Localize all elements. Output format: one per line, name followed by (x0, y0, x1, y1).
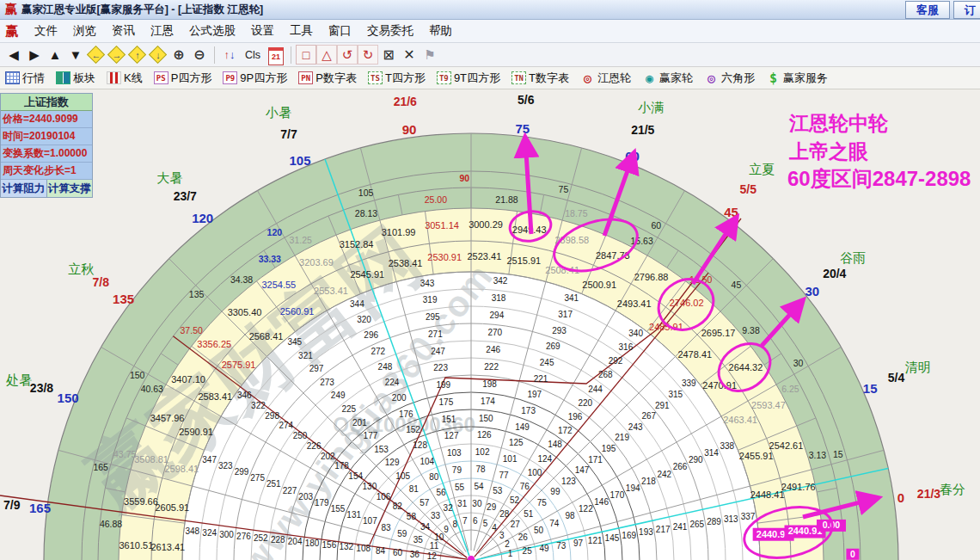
wheel-number: 347 (202, 455, 217, 465)
pan-left-icon[interactable]: ← (86, 45, 107, 65)
zoom-out-icon[interactable]: ⊖ (189, 45, 210, 65)
menu-item-1[interactable]: 浏览 (65, 21, 104, 41)
solar-term-label: 大暑 (156, 170, 182, 185)
wheel-number: 202 (321, 452, 335, 461)
triangle-tool-icon[interactable]: △ (316, 45, 337, 65)
outer-price-label: 3356.25 (197, 339, 231, 349)
calendar-21-icon[interactable]: 21 (266, 45, 286, 65)
wheel-number: 1 (508, 549, 513, 558)
feature-item-winner-service[interactable]: $赢家服务 (766, 71, 828, 86)
wheel-number: 36 (410, 550, 420, 559)
solar-term-label: 谷雨 (840, 250, 866, 265)
inner-price-label: 2605.91 (155, 502, 189, 513)
menu-logo-icon: 赢 (5, 23, 18, 40)
menu-item-3[interactable]: 江恩 (143, 21, 181, 41)
outer-price-label: 3407.10 (171, 374, 205, 385)
menu-item-5[interactable]: 设置 (243, 21, 282, 41)
feature-item-t-square[interactable]: TST四方形 (368, 71, 426, 86)
pan-up-icon[interactable]: ↑ (127, 45, 148, 65)
feature-item-gann-wheel[interactable]: ◎江恩轮 (580, 71, 631, 86)
partial-button[interactable]: 订 (953, 1, 980, 19)
pan-right-icon[interactable]: → (107, 45, 127, 65)
calc-resistance-button[interactable]: 计算阻力 (1, 180, 47, 197)
up-icon[interactable]: ▲ (45, 45, 65, 65)
inner-price-label: 2590.91 (179, 427, 213, 437)
time-updown-icon[interactable]: ↑↓ (219, 45, 240, 65)
percent-label: 18.75 (565, 208, 587, 218)
feature-item-winner-wheel[interactable]: ◉赢家轮 (642, 71, 693, 86)
wheel-number: 104 (420, 457, 434, 466)
outer-degree-label: 0 (897, 490, 904, 505)
wheel-number: 337 (741, 512, 756, 521)
menu-item-4[interactable]: 公式选股 (181, 21, 243, 41)
wheel-number: 8 (453, 520, 458, 529)
outer-degree-label: 15 (863, 381, 878, 396)
wheel-number: 129 (385, 458, 400, 467)
outer-degree-label: 30 (805, 284, 820, 298)
rotate-ccw-icon[interactable]: ↺ (337, 45, 358, 65)
flag-icon[interactable]: ⚑ (420, 45, 440, 65)
wheel-number: 153 (374, 445, 389, 454)
down-icon[interactable]: ▼ (65, 45, 86, 65)
calc-support-button[interactable]: 计算支撑 (47, 180, 93, 197)
solar-term-label: 小满 (637, 100, 664, 114)
outer-price-label: 2644.32 (729, 362, 763, 372)
outer-price-label: 3508.81 (134, 454, 168, 465)
feature-item-9t-square[interactable]: T99T四方形 (437, 71, 500, 86)
wheel-number: 155 (331, 504, 346, 514)
wheel-number: 106 (377, 492, 391, 502)
wheel-number: 172 (558, 426, 573, 435)
toolbar-separator (214, 46, 215, 64)
wheel-number: 108 (356, 544, 371, 553)
feature-item-quotes[interactable]: 行情 (5, 71, 45, 86)
wheel-number: 197 (527, 390, 542, 399)
rotate-cw-icon[interactable]: ↻ (358, 45, 378, 65)
wheel-number: 123 (561, 477, 576, 486)
wheel-number: 223 (433, 363, 448, 372)
boxed-x-icon[interactable]: ⊠ (378, 45, 399, 65)
wheel-number: 84 (376, 546, 386, 556)
date-label: 7/7 (280, 127, 297, 141)
wheel-number: 148 (548, 440, 562, 449)
zoom-in-icon[interactable]: ⊕ (168, 45, 189, 65)
menu-item-9[interactable]: 帮助 (421, 21, 460, 41)
cross-arrows-icon[interactable]: ✕ (399, 45, 420, 65)
feature-item-kline[interactable]: K线 (107, 71, 143, 86)
feature-item-hexagon[interactable]: ◎六角形 (704, 71, 755, 86)
cls-button[interactable]: Cls (240, 45, 266, 65)
feature-item-t-number-table[interactable]: TNT数字表 (511, 71, 569, 86)
wheel-number: 300 (219, 530, 234, 539)
wheel-number: 246 (486, 345, 500, 354)
outer-price-label: 3254.55 (261, 280, 296, 290)
rect-tool-icon[interactable]: □ (296, 45, 316, 65)
panel-row-1: 时间=20190104 (1, 128, 92, 145)
annotation-text: 江恩轮中轮 (788, 112, 889, 134)
back-icon[interactable]: ◀ (3, 45, 24, 65)
feature-item-p-square[interactable]: PSP四方形 (154, 71, 212, 86)
customer-service-button[interactable]: 客服 (905, 1, 950, 19)
pan-down-icon[interactable]: ↓ (148, 45, 168, 65)
forward-icon[interactable]: ▶ (24, 45, 45, 65)
wheel-number: 29 (487, 502, 497, 512)
outer-price-label: 3152.84 (340, 239, 374, 249)
menu-item-2[interactable]: 资讯 (104, 21, 143, 41)
wheel-number: 33 (431, 511, 441, 520)
wheel-number: 339 (682, 378, 696, 388)
wheel-number: 75 (537, 498, 548, 508)
feature-label: 行情 (22, 71, 45, 86)
gann-wheel-chart[interactable]: 赢家财富网www.yingjia360.comQQ:10080036012345… (0, 89, 980, 560)
menu-item-7[interactable]: 窗口 (321, 21, 359, 41)
feature-item-9p-square[interactable]: P99P四方形 (223, 71, 287, 86)
wheel-number: 294 (490, 311, 505, 320)
menu-item-0[interactable]: 文件 (27, 21, 65, 41)
wheel-number: 342 (493, 276, 508, 286)
inner-price-label: 2575.91 (222, 360, 256, 370)
menu-item-8[interactable]: 交易委托 (359, 21, 421, 41)
percent-label-120: 33.33 (259, 254, 281, 264)
feature-item-sectors[interactable]: 板块 (56, 71, 95, 86)
wheel-number: 125 (509, 438, 524, 447)
wheel-number: 340 (628, 329, 643, 338)
outer-price-label: 2796.88 (634, 272, 669, 282)
feature-item-p-number-table[interactable]: PNP数字表 (298, 71, 357, 86)
menu-item-6[interactable]: 工具 (282, 21, 321, 41)
